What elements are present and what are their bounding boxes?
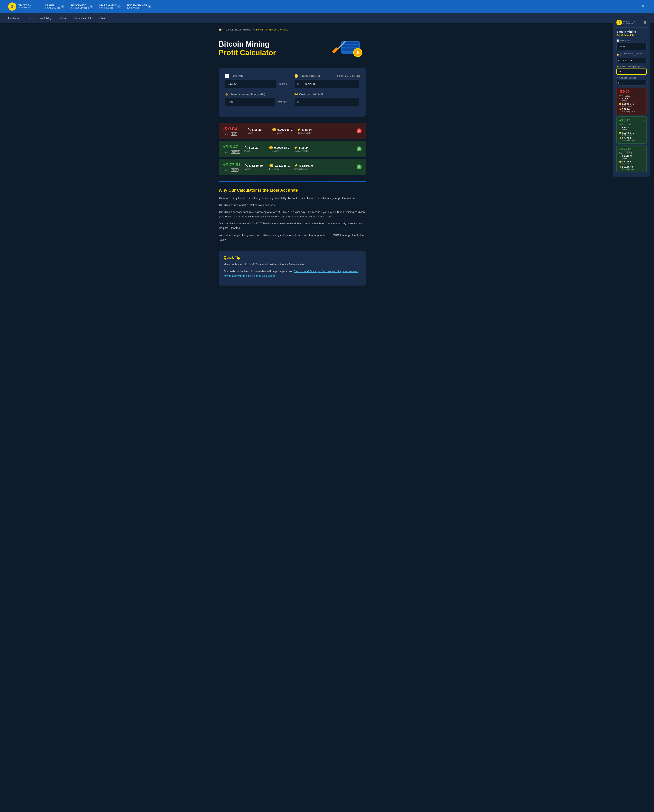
hash-rate-label: 📊 Hash Rate [225,74,290,78]
year-btcmined-label: BTC Mined [269,168,290,170]
nav-item-find-exchange[interactable]: FIND EXCHANGE Buy & trade ▾ [127,4,151,9]
year-profit-value: +$ 77.61 [223,162,241,167]
sidebar-year-profit-label: Profit [619,152,623,154]
home-icon[interactable]: 🏠 [219,28,222,31]
sidebar-month-btcmined-label: BTC Mined [622,134,644,136]
sidebar-current-price[interactable]: ↻ Current BTC price ($) [632,53,646,57]
day-arrow[interactable]: ↙ [357,129,362,133]
btcmined-icon-year: 🪙 [269,164,273,167]
nav-pools[interactable]: Pools [26,16,32,20]
sidebar-subtitle: Profit Calculator [616,34,646,37]
month-electricity-stat: ⚡ $ 18.24 Electricity costs [294,146,314,152]
sidebar-year-btcmined-label: BTC Mined [622,163,644,165]
start-mining-dropdown-icon: ▾ [117,5,121,8]
sidebar-month-profit: +$ 6.47 [619,119,630,122]
search-icon[interactable]: 🔍 [642,5,646,9]
day-electricity-label: Electricity costs [297,132,317,134]
nav-hardware[interactable]: Hardware [8,16,20,20]
nav-item-buy-crypto[interactable]: BUY CRYPTO Payment methods ▾ [70,4,93,9]
nav-profit-calculator[interactable]: Profit Calculator [74,16,93,20]
btc-price-label: 🪙 Bitcoin Price ($) ↻ Current BTC price … [294,74,360,78]
sidebar-day-mined-label: Mined [622,100,644,102]
svg-rect-2 [342,45,359,47]
info-para-3: The Bitcoin network hash rate is growing… [219,210,366,219]
quick-tip-text2: Our guide on the best bitcoin wallets wi… [223,269,361,278]
sidebar-day-profit-label: Profit [619,94,623,97]
sidebar-month-elec-icon: ⚡ [619,137,622,139]
sidebar-hash-rate-input[interactable] [617,44,646,49]
year-arrow[interactable]: ↗ [357,164,362,169]
sidebar-day-profit: -$ 0.04 [619,90,629,93]
current-price-label[interactable]: ↻ Current BTC price ($) [337,75,360,77]
year-mined-label: Mined [244,168,265,170]
nav-item-learn[interactable]: LEARN Stats & guides ▾ [45,4,64,9]
mined-icon-year: ⛏ [244,164,248,167]
sidebar-year-elec-icon: ⚡ [619,166,622,168]
nav-item-start-mining[interactable]: START MINING Mining guides ▾ [99,4,121,9]
breadcrumb-item-mining[interactable]: What is Bitcoin Mining? [226,28,251,31]
sidebar-day-electricity: ⚡ $ 18.24 [619,108,644,110]
cost-input[interactable] [301,98,359,106]
sidebar-day-btcmined-label: BTC Mined [622,105,644,107]
nav-profitability[interactable]: Profitability [39,16,52,20]
day-mined-label: Mined [248,132,268,134]
info-section: Why Our Calculator is the Most Accurate … [219,186,366,247]
sidebar-power-input[interactable] [617,69,646,74]
sidebar-hash-rate-input-wrap: GH/s ▾ [616,43,646,50]
year-profit-label: Profit [223,169,228,171]
info-para-1: There are many factors that affect your … [219,196,366,201]
cost-icon: 🏷 [294,92,298,96]
sidebar-year-btcmined-icon: 🪙 [619,161,622,163]
sidebar-btc-price-input[interactable] [620,58,646,63]
result-row-month: +$ 6.47 Profit MONTH ⛏ $ 18.20 Mined [219,141,366,157]
result-row-day: -$ 0.04 Profit DAY ⛏ $ 18.20 Mined [219,123,366,139]
hero-image: ₿ [329,35,366,62]
cost-prefix: $ [295,98,301,106]
hash-rate-input[interactable] [225,80,276,88]
year-electricity-label: Electricity costs [294,168,315,170]
day-profit-value: -$ 0.04 [223,126,243,132]
month-arrow[interactable]: ↗ [357,146,362,152]
hash-rate-unit-selector[interactable]: GH/s ▾ [276,80,290,88]
breadcrumb-item-calculator[interactable]: Bitcoin Mining Profit Calculator [255,28,289,31]
year-electricity-stat: ⚡ $ 6,566.40 Electricity costs [294,164,315,170]
nav-china[interactable]: China [99,16,106,20]
month-mined-label: Mined [244,150,265,152]
sidebar-cost-input-wrap: $ [616,80,646,86]
power-input[interactable] [225,98,275,106]
sidebar-month-profit-label: Profit [619,123,623,125]
btcmined-icon-day: 🪙 [272,128,276,132]
month-electricity-value: $ 18.24 [299,146,309,149]
sidebar-year-btcmined: 🪙 0.3222 BTC [619,160,644,163]
sidebar-month-mined: ⛏ $ 553.67 [619,126,644,129]
sidebar-year-electricity: ⚡ $ 6,566.40 [619,165,644,168]
month-profit-label: Profit [223,151,228,153]
sidebar-year-arrow: ↗ [642,148,644,151]
cost-group: 🏷 Cost per KW/h in $ $ [294,92,360,106]
logo[interactable]: ₿ BUY BITCOIN WORLDWIDE [8,3,31,11]
sidebar-month-electricity: ⚡ $ 547.20 [619,137,644,139]
btc-price-group: 🪙 Bitcoin Price ($) ↻ Current BTC price … [294,74,360,88]
day-electricity-stat: ⚡ $ 18.24 Electricity costs [297,128,317,134]
sidebar-year-mined: ⛏ $ 6,644.01 [619,155,644,158]
btc-price-input[interactable] [301,80,359,88]
result-row-year: +$ 77.61 Profit YEAR ⛏ $ 6,566.40 Mined [219,159,366,175]
sidebar-day-close[interactable]: ✕ [642,90,644,93]
month-period-badge: MONTH [231,150,240,153]
sidebar-cost-input[interactable] [620,80,646,85]
sidebar-logo-text: BUY BITCOIN [623,20,635,23]
sidebar-month-mined-icon: ⛏ [619,126,622,129]
power-unit: WATTS [275,98,290,106]
month-btcmined-value: 0.0009 BTC [274,146,290,149]
sidebar-menu-icon[interactable]: ☰ [644,21,646,24]
month-btcmined-stat: 🪙 0.0009 BTC BTC Mined [269,146,290,152]
electricity-icon-year: ⚡ [294,164,298,167]
sidebar-power-input-wrap: WATTS [616,69,646,75]
month-profit-group: +$ 6.47 Profit MONTH [223,144,240,153]
month-electricity-label: Electricity costs [294,150,314,152]
quick-tip-section: Quick Tip Mining or buying bitcoins? You… [219,251,366,285]
sidebar-btc-price-input-wrap: $ [616,58,646,63]
sidebar-logo: ₿ BUY BITCOIN WORLDWIDE ☰ [616,20,646,28]
secondary-navigation: Hardware Pools Profitability Software Pr… [0,13,654,23]
nav-software[interactable]: Software [58,16,68,20]
